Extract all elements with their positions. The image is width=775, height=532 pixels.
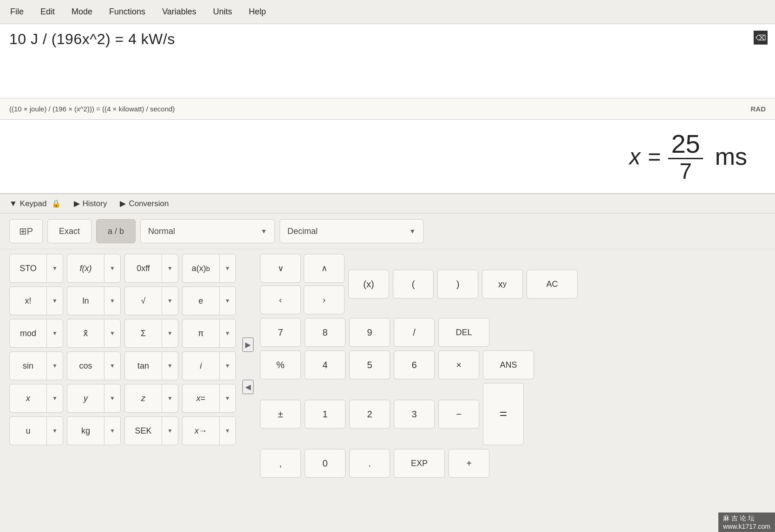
ans-button[interactable]: ANS — [483, 350, 534, 379]
normal-select[interactable]: Normal ▼ — [140, 219, 275, 243]
menu-functions[interactable]: Functions — [106, 5, 148, 19]
tan-button[interactable]: tan — [124, 351, 162, 380]
num-0-button[interactable]: 0 — [305, 449, 345, 478]
p-label: P — [27, 226, 33, 237]
menu-units[interactable]: Units — [210, 5, 235, 19]
u-button[interactable]: u — [9, 416, 46, 445]
mod-button[interactable]: mod — [9, 319, 46, 348]
keypad-toggle[interactable]: ▼ Keypad 🔒 — [9, 199, 61, 208]
collapse-left-button[interactable]: ◀ — [242, 380, 254, 394]
num-9-button[interactable]: 9 — [349, 318, 390, 347]
i-button[interactable]: i — [182, 351, 219, 380]
menu-edit[interactable]: Edit — [38, 5, 58, 19]
conversion-toggle[interactable]: ▶ Conversion — [120, 199, 169, 208]
paren-close-button[interactable]: ) — [437, 270, 478, 298]
comma-button[interactable]: , — [260, 449, 301, 478]
nav-up-button[interactable]: ∧ — [304, 254, 345, 283]
mod-dropdown[interactable]: ▼ — [46, 319, 63, 348]
num-1-button[interactable]: 1 — [305, 400, 345, 428]
xy-button[interactable]: xy — [482, 270, 523, 298]
multiply-button[interactable]: × — [438, 350, 479, 379]
u-dropdown[interactable]: ▼ — [46, 416, 63, 445]
xbar-button[interactable]: x̄ — [67, 319, 104, 348]
history-toggle[interactable]: ▶ History — [74, 199, 107, 208]
z-button[interactable]: z — [124, 384, 162, 413]
num-6-button[interactable]: 6 — [394, 350, 435, 379]
ln-button[interactable]: ln — [67, 286, 104, 315]
axb-dropdown[interactable]: ▼ — [219, 254, 236, 283]
percent-button[interactable]: % — [260, 350, 301, 379]
sek-dropdown[interactable]: ▼ — [162, 416, 178, 445]
xarrow-dropdown[interactable]: ▼ — [219, 416, 236, 445]
cos-button[interactable]: cos — [67, 351, 104, 380]
clear-button[interactable]: ⌫ — [754, 31, 768, 45]
numpad: ∨ ∧ ‹ › (x) ( ) xy AC 7 8 9 / DEL % — [260, 254, 578, 478]
num-5-button[interactable]: 5 — [349, 350, 390, 379]
paren-open-button[interactable]: ( — [393, 270, 434, 298]
kg-button[interactable]: kg — [67, 416, 104, 445]
exact-button[interactable]: Exact — [47, 219, 91, 243]
decimal-button[interactable]: . — [349, 449, 390, 478]
sin-button[interactable]: sin — [9, 351, 46, 380]
nav-right-button[interactable]: › — [304, 285, 345, 314]
xeq-button[interactable]: x = — [182, 384, 219, 413]
equals-button[interactable]: = — [483, 383, 524, 445]
e-button[interactable]: e — [182, 286, 219, 315]
xbar-dropdown[interactable]: ▼ — [104, 319, 121, 348]
factorial-button[interactable]: x! — [9, 286, 46, 315]
menu-variables[interactable]: Variables — [159, 5, 199, 19]
z-dropdown[interactable]: ▼ — [162, 384, 178, 413]
minus-button[interactable]: − — [438, 400, 479, 428]
xarrow-button[interactable]: x → — [182, 416, 219, 445]
sto-button[interactable]: STO — [9, 254, 46, 283]
decimal-select[interactable]: Decimal ▼ — [280, 219, 423, 243]
num-2-button[interactable]: 2 — [349, 400, 390, 428]
num-4-button[interactable]: 4 — [305, 350, 345, 379]
pi-button[interactable]: π — [182, 319, 219, 348]
num-3-button[interactable]: 3 — [394, 400, 435, 428]
plus-button[interactable]: + — [449, 449, 489, 478]
i-dropdown[interactable]: ▼ — [219, 351, 236, 380]
plusminus-button[interactable]: ± — [260, 400, 301, 428]
divide-button[interactable]: / — [394, 318, 435, 347]
sigma-button[interactable]: Σ — [124, 319, 162, 348]
main-expression-input[interactable]: 10 J / (196x^2) = 4 kW/s — [9, 31, 766, 48]
sigma-dropdown[interactable]: ▼ — [162, 319, 178, 348]
nav-left-button[interactable]: ‹ — [260, 285, 301, 314]
menu-mode[interactable]: Mode — [69, 5, 95, 19]
num-8-button[interactable]: 8 — [305, 318, 345, 347]
paren-x-button[interactable]: (x) — [348, 270, 389, 298]
sin-dropdown[interactable]: ▼ — [46, 351, 63, 380]
grid-p-button[interactable]: ⊞ P — [9, 219, 43, 243]
y-button[interactable]: y — [67, 384, 104, 413]
pi-dropdown[interactable]: ▼ — [219, 319, 236, 348]
sto-dropdown[interactable]: ▼ — [46, 254, 63, 283]
nav-down-button[interactable]: ∨ — [260, 254, 301, 283]
kg-dropdown[interactable]: ▼ — [104, 416, 121, 445]
y-dropdown[interactable]: ▼ — [104, 384, 121, 413]
hex-dropdown[interactable]: ▼ — [162, 254, 178, 283]
sek-button[interactable]: SEK — [124, 416, 162, 445]
tan-dropdown[interactable]: ▼ — [162, 351, 178, 380]
factorial-dropdown[interactable]: ▼ — [46, 286, 63, 315]
hex-button[interactable]: 0xff — [124, 254, 162, 283]
ab-button[interactable]: a / b — [96, 219, 136, 243]
xeq-dropdown[interactable]: ▼ — [219, 384, 236, 413]
menu-file[interactable]: File — [7, 5, 26, 19]
fx-button[interactable]: f(x) — [67, 254, 104, 283]
num-7-button[interactable]: 7 — [260, 318, 301, 347]
cos-dropdown[interactable]: ▼ — [104, 351, 121, 380]
del-button[interactable]: DEL — [438, 318, 489, 347]
axb-button[interactable]: a(x)b — [182, 254, 219, 283]
x-dropdown[interactable]: ▼ — [46, 384, 63, 413]
exp-button[interactable]: EXP — [394, 449, 445, 478]
sqrt-dropdown[interactable]: ▼ — [162, 286, 178, 315]
e-dropdown[interactable]: ▼ — [219, 286, 236, 315]
ln-dropdown[interactable]: ▼ — [104, 286, 121, 315]
ac-button[interactable]: AC — [527, 270, 578, 298]
x-button[interactable]: x — [9, 384, 46, 413]
expand-right-button[interactable]: ▶ — [242, 337, 254, 352]
sqrt-button[interactable]: √ — [124, 286, 162, 315]
menu-help[interactable]: Help — [246, 5, 269, 19]
fx-dropdown[interactable]: ▼ — [104, 254, 121, 283]
